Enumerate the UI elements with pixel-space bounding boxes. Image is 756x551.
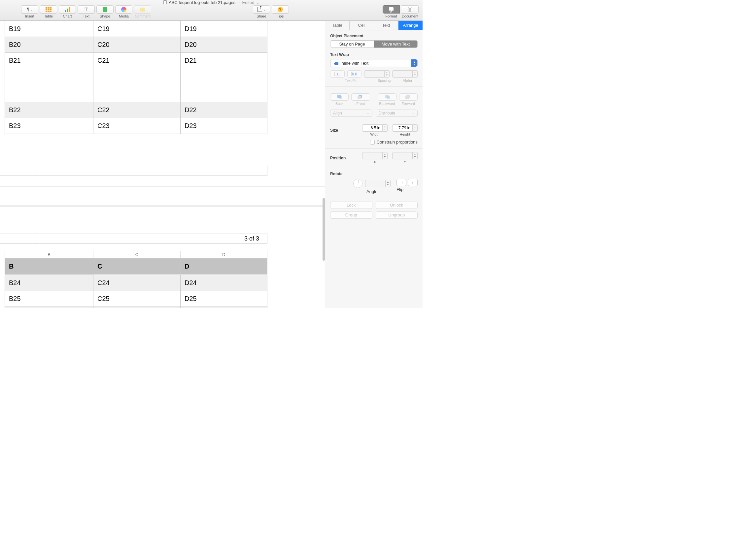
object-placement-title: Object Placement	[330, 34, 418, 38]
alpha-stepper: ▲▼	[392, 70, 418, 77]
text-fit2-button	[347, 70, 362, 77]
table-row: B25C25D25	[5, 291, 268, 307]
x-input	[362, 152, 383, 159]
footer-row	[0, 166, 268, 176]
tips-button[interactable]: ?Tips	[272, 5, 289, 18]
tab-table[interactable]: Table	[325, 21, 350, 30]
format-button[interactable]: Format	[383, 5, 400, 18]
header-row	[0, 233, 268, 243]
height-input[interactable]	[392, 124, 413, 132]
y-stepper: ▲▼	[392, 152, 418, 159]
width-input[interactable]	[362, 124, 383, 132]
column-letters[interactable]: BCD	[5, 251, 268, 258]
front-button	[351, 93, 370, 101]
comment-button: Comment	[134, 5, 151, 18]
table-row: B20C20D20	[5, 37, 268, 53]
tab-arrange[interactable]: Arrange	[398, 21, 423, 30]
updown-icon: ▲▼	[411, 59, 417, 67]
doc-name[interactable]: ASC fequent log-outs feb 21.pages	[169, 0, 236, 5]
table-icon	[46, 7, 51, 12]
move-with-text-button[interactable]: Move with Text	[374, 41, 417, 47]
insert-button[interactable]: ¶⌄Insert	[21, 5, 38, 18]
document-button[interactable]: Document	[401, 5, 419, 18]
flip-v-button[interactable]: ↑	[408, 179, 418, 186]
chart-label: Chart	[63, 14, 72, 18]
doc-icon	[163, 0, 167, 4]
table-row: B22C22D22	[5, 102, 268, 118]
format-icon	[389, 7, 394, 12]
spacing-label: Spacing	[374, 78, 394, 82]
edited-badge: — Edited	[237, 0, 254, 5]
text-icon: T	[84, 7, 88, 13]
tips-icon: ?	[278, 7, 283, 12]
stay-on-page-button[interactable]: Stay on Page	[331, 41, 374, 47]
back-button	[330, 93, 349, 101]
document-label: Document	[402, 14, 418, 18]
format-inspector: Table Cell Text Arrange Object Placement…	[325, 21, 423, 308]
shape-button[interactable]: Shape	[96, 5, 113, 18]
alpha-label: Alpha	[397, 78, 418, 82]
checkbox-icon[interactable]	[370, 140, 375, 144]
page-break	[0, 186, 325, 207]
shape-label: Shape	[100, 14, 110, 18]
placement-segmented: Stay on Page Move with Text	[330, 40, 418, 48]
chevron-down-icon: ⌄	[30, 8, 33, 11]
media-label: Media	[119, 14, 129, 18]
text-wrap-select[interactable]: Inline with Text ▲▼	[330, 59, 418, 67]
stepper-arrows[interactable]: ▲▼	[383, 124, 388, 132]
front-icon	[358, 95, 363, 99]
y-input	[392, 152, 413, 159]
lock-group-section: LockUnlock GroupUngroup	[325, 198, 423, 223]
table-row: B26C26D26	[5, 307, 268, 309]
comment-icon	[140, 8, 145, 12]
alpha-input	[392, 70, 413, 77]
spacing-input	[364, 70, 385, 77]
shape-icon	[103, 7, 107, 12]
lock-button: Lock	[330, 201, 372, 209]
tab-text[interactable]: Text	[374, 21, 398, 30]
media-icon	[121, 7, 126, 12]
pilcrow-icon: ¶	[27, 7, 29, 12]
position-section: Position ▲▼X ▲▼Y	[325, 149, 423, 168]
text-label: Text	[83, 14, 89, 18]
fit-icon	[334, 72, 340, 76]
distribute-select: Distribute⌄	[376, 109, 418, 117]
tips-label: Tips	[277, 14, 284, 18]
table-row: B21C21D21	[5, 53, 268, 102]
arrow-up-icon: ↑	[412, 180, 414, 185]
table-button[interactable]: Table	[40, 5, 57, 18]
chart-icon	[65, 7, 70, 12]
size-section: Size ▲▼Width ▲▼Height Constrain proporti…	[325, 121, 423, 149]
x-stepper: ▲▼	[362, 152, 388, 159]
size-label: Size	[330, 128, 350, 133]
angle-input	[365, 180, 386, 187]
ungroup-button: Ungroup	[376, 211, 418, 219]
width-stepper[interactable]: ▲▼	[362, 124, 388, 132]
backward-button	[378, 93, 396, 101]
position-label: Position	[330, 156, 350, 160]
group-button: Group	[330, 211, 372, 219]
media-button[interactable]: Media	[115, 5, 132, 18]
text-fit-label: Text Fit	[330, 78, 371, 82]
inspector-tabs: Table Cell Text Arrange	[325, 21, 423, 30]
chart-button[interactable]: Chart	[59, 5, 76, 18]
stepper-arrows[interactable]: ▲▼	[413, 124, 418, 132]
wrap-mode-row: ▲▼ ▲▼	[330, 70, 418, 78]
toolbar: ASC fequent log-outs feb 21.pages — Edit…	[0, 0, 423, 21]
flip-h-button[interactable]: →	[396, 179, 406, 186]
table-continuation[interactable]: B19C19D19 B20C20D20 B21C21D21 B22C22D22 …	[5, 21, 268, 134]
arrow-right-icon: →	[399, 180, 404, 185]
spacing-stepper: ▲▼	[364, 70, 390, 77]
angle-stepper: ▲▼	[365, 180, 391, 187]
tab-cell[interactable]: Cell	[350, 21, 374, 30]
document-canvas[interactable]: B19C19D19 B20C20D20 B21C21D21 B22C22D22 …	[0, 21, 325, 308]
height-stepper[interactable]: ▲▼	[392, 124, 418, 132]
constrain-check[interactable]: Constrain proportions	[330, 139, 418, 144]
text-button[interactable]: TText	[78, 5, 95, 18]
vertical-scrollbar[interactable]	[323, 198, 325, 260]
share-button[interactable]: ⌄Share	[253, 5, 270, 18]
table-page3-rows[interactable]: B24C24D24 B25C25D25 B26C26D26	[5, 275, 268, 308]
backward-icon	[384, 95, 390, 99]
format-label: Format	[386, 14, 397, 18]
align-select: Align⌄	[330, 109, 372, 117]
